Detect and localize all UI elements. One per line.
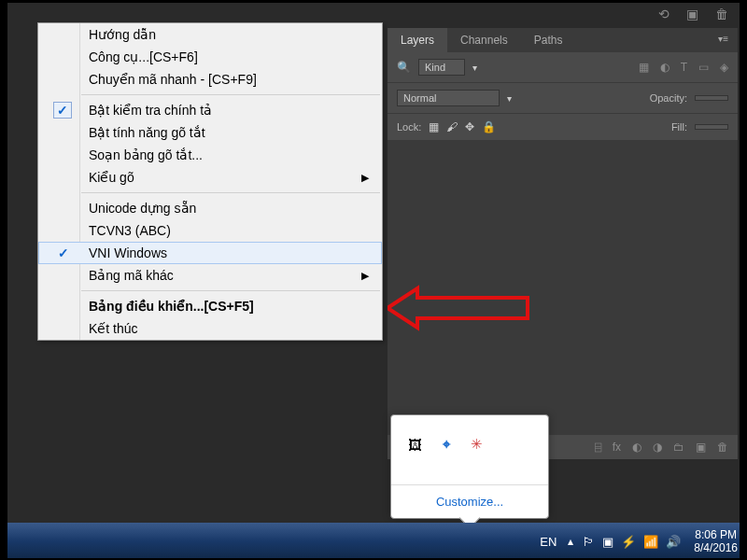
opacity-field[interactable] [695,95,728,101]
flag-icon[interactable]: 🏳 [583,535,595,549]
smart-filter-icon[interactable]: ◈ [720,61,728,74]
trash-icon[interactable]: 🗑 [715,7,728,21]
tray-image-icon[interactable]: 🖼 [408,437,422,453]
menu-item-label: TCVN3 (ABC) [89,223,171,238]
folder-icon[interactable]: 🗀 [673,441,684,454]
mask-icon[interactable]: ◐ [632,441,641,454]
menu-separator [81,290,380,291]
unikey-context-menu: Hướng dẫnCông cụ...[CS+F6]Chuyển mã nhan… [37,22,383,341]
menu-item-label: Unicode dựng sẵn [89,201,196,216]
menu-item-label: Kiểu gõ [89,170,134,185]
tray-overflow-popup: 🖼 ⌖ ✳ Customize... [390,414,549,519]
menu-item-label: Chuyển mã nhanh - [CS+F9] [89,72,257,87]
menu-item-label: Bật kiểm tra chính tả [89,103,212,118]
menu-item[interactable]: Kết thúc [38,317,382,340]
menu-item[interactable]: ✓Bật kiểm tra chính tả [38,99,382,121]
menu-item[interactable]: Công cụ...[CS+F6] [38,46,382,68]
submenu-arrow-icon: ▶ [361,172,369,184]
shape-filter-icon[interactable]: ▭ [698,61,709,74]
cycle-icon[interactable]: ⟲ [658,7,669,21]
bluetooth-icon[interactable]: ⌖ [443,436,450,453]
menu-item-label: Kết thúc [89,321,138,336]
svg-marker-0 [388,288,528,328]
fx-icon[interactable]: fx [613,441,621,454]
menu-item-label: Công cụ...[CS+F6] [89,49,198,64]
chevron-down-icon: ▾ [472,63,477,73]
menu-item[interactable]: Bảng mã khác▶ [38,264,382,287]
menu-item[interactable]: Chuyển mã nhanh - [CS+F9] [38,68,382,91]
lock-transparent-icon[interactable]: ▦ [429,120,439,133]
delete-icon[interactable]: 🗑 [717,441,728,454]
menu-separator [81,94,380,95]
sparkle-icon[interactable]: ✳ [471,436,483,453]
kind-select[interactable]: Kind [418,59,465,76]
menu-item-label: Bật tính năng gõ tắt [89,125,205,140]
annotation-arrow [388,285,537,331]
taskbar-clock[interactable]: 8:06 PM 8/4/2016 [694,528,738,555]
check-icon: ✓ [57,103,68,118]
tray-chevron-icon[interactable]: ▴ [568,535,573,548]
type-filter-icon[interactable]: T [681,61,687,74]
menu-item[interactable]: TCVN3 (ABC) [38,219,382,242]
clock-time: 8:06 PM [694,528,738,541]
menu-separator [81,192,380,193]
tab-channels[interactable]: Channels [447,28,521,52]
layers-icon[interactable]: ▣ [686,7,698,21]
panel-tabs: Layers Channels Paths ▾≡ [388,28,738,52]
filter-icons: ▦ ◐ T ▭ ◈ [639,61,728,74]
shield-icon[interactable]: ▣ [602,535,613,549]
menu-item-label: Bảng điều khiển...[CS+F5] [89,299,254,314]
menu-item[interactable]: Bảng điều khiển...[CS+F5] [38,295,382,317]
layers-panel: Layers Channels Paths ▾≡ 🔍 Kind ▾ ▦ ◐ T … [388,28,738,459]
menu-item-label: Bảng mã khác [89,268,174,283]
volume-icon[interactable]: 🔊 [666,535,681,549]
panel-menu-icon[interactable]: ▾≡ [709,28,738,52]
menu-item-label: Hướng dẫn [89,27,156,42]
fill-label: Fill: [671,121,687,133]
lock-move-icon[interactable]: ✥ [465,120,474,133]
check-icon: ✓ [58,245,69,260]
menu-item[interactable]: Bật tính năng gõ tắt [38,121,382,144]
panel-row-kind: 🔍 Kind ▾ ▦ ◐ T ▭ ◈ [388,52,738,83]
top-icon-row: ⟲ ▣ 🗑 [658,6,728,22]
wifi-icon[interactable]: 📶 [643,535,658,549]
language-indicator[interactable]: EN [540,535,557,549]
blend-mode-select[interactable]: Normal [397,90,500,106]
tab-paths[interactable]: Paths [521,28,576,52]
tab-layers[interactable]: Layers [388,28,447,52]
pixel-filter-icon[interactable]: ▦ [639,61,649,74]
chevron-down-icon: ▾ [507,93,512,104]
power-icon[interactable]: ⚡ [621,535,636,549]
search-icon[interactable]: 🔍 [397,61,411,74]
menu-item[interactable]: ✓VNI Windows [38,242,382,264]
lock-brush-icon[interactable]: 🖌 [446,120,458,133]
lock-all-icon[interactable]: 🔒 [482,120,496,133]
clock-date: 8/4/2016 [694,541,738,554]
panel-row-lock: Lock: ▦ 🖌 ✥ 🔒 Fill: [388,114,738,141]
menu-item[interactable]: Hướng dẫn [38,23,382,46]
fill-field[interactable] [695,124,728,130]
link-icon[interactable]: ⌸ [595,441,601,454]
opacity-label: Opacity: [650,92,687,104]
submenu-arrow-icon: ▶ [361,270,369,282]
menu-item-label: VNI Windows [89,245,167,260]
adjustment-icon[interactable]: ◑ [653,441,662,454]
lock-label: Lock: [397,121,421,133]
menu-item-label: Soạn bảng gõ tắt... [89,147,203,162]
panel-row-blend: Normal ▾ Opacity: [388,83,738,114]
adjust-filter-icon[interactable]: ◐ [660,61,669,74]
new-layer-icon[interactable]: ▣ [696,441,706,454]
menu-item[interactable]: Unicode dựng sẵn [38,197,382,219]
menu-item[interactable]: Soạn bảng gõ tắt... [38,144,382,166]
taskbar: EN ▴ 🏳 ▣ ⚡ 📶 🔊 8:06 PM 8/4/2016 [0,523,747,560]
menu-item[interactable]: Kiểu gõ▶ [38,166,382,189]
